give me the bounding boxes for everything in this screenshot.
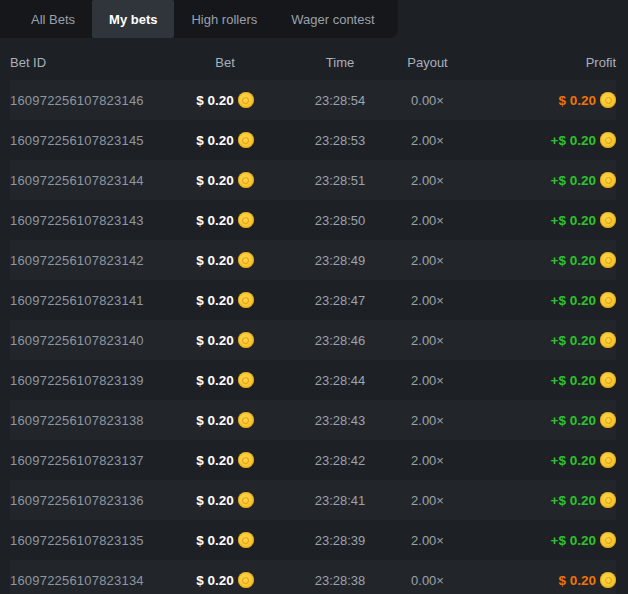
coin-icon <box>600 492 616 508</box>
time-cell: 23:28:42 <box>290 453 390 468</box>
payout-cell: 2.00× <box>390 533 465 548</box>
table-row[interactable]: 160972256107823136$ 0.2023:28:412.00×+$ … <box>10 480 616 520</box>
coin-icon <box>238 532 254 548</box>
bet-amount-cell: $ 0.20 <box>160 372 290 388</box>
coin-icon <box>600 212 616 228</box>
coin-icon <box>238 92 254 108</box>
table-row[interactable]: 160972256107823142$ 0.2023:28:492.00×+$ … <box>10 240 616 280</box>
profit-cell: +$ 0.20 <box>465 212 616 228</box>
bet-amount: $ 0.20 <box>196 493 234 508</box>
table-row[interactable]: 160972256107823137$ 0.2023:28:422.00×+$ … <box>10 440 616 480</box>
bet-id-cell: 160972256107823144 <box>10 173 160 188</box>
bet-amount-cell: $ 0.20 <box>160 132 290 148</box>
bet-amount: $ 0.20 <box>196 213 234 228</box>
bet-amount-cell: $ 0.20 <box>160 212 290 228</box>
tab-my-bets[interactable]: My bets <box>92 0 174 38</box>
coin-icon <box>238 292 254 308</box>
coin-icon <box>600 572 616 588</box>
profit-amount: +$ 0.20 <box>551 293 596 308</box>
coin-icon <box>600 412 616 428</box>
bet-id-cell: 160972256107823135 <box>10 533 160 548</box>
bet-amount-cell: $ 0.20 <box>160 252 290 268</box>
payout-cell: 2.00× <box>390 173 465 188</box>
table-row[interactable]: 160972256107823140$ 0.2023:28:462.00×+$ … <box>10 320 616 360</box>
bet-id-cell: 160972256107823141 <box>10 293 160 308</box>
coin-icon <box>238 372 254 388</box>
profit-cell: +$ 0.20 <box>465 412 616 428</box>
profit-amount: +$ 0.20 <box>551 533 596 548</box>
coin-icon <box>600 452 616 468</box>
profit-cell: +$ 0.20 <box>465 532 616 548</box>
table-row[interactable]: 160972256107823145$ 0.2023:28:532.00×+$ … <box>10 120 616 160</box>
bet-amount-cell: $ 0.20 <box>160 292 290 308</box>
profit-amount: +$ 0.20 <box>551 253 596 268</box>
bet-amount: $ 0.20 <box>196 453 234 468</box>
column-header-profit: Profit <box>465 55 616 70</box>
coin-icon <box>238 252 254 268</box>
time-cell: 23:28:50 <box>290 213 390 228</box>
column-header-time: Time <box>290 55 390 70</box>
time-cell: 23:28:49 <box>290 253 390 268</box>
bet-amount-cell: $ 0.20 <box>160 452 290 468</box>
coin-icon <box>238 172 254 188</box>
bet-id-cell: 160972256107823139 <box>10 373 160 388</box>
bet-amount: $ 0.20 <box>196 333 234 348</box>
table-body: 160972256107823146$ 0.2023:28:540.00×$ 0… <box>10 80 616 594</box>
bet-amount: $ 0.20 <box>196 133 234 148</box>
payout-cell: 2.00× <box>390 213 465 228</box>
bet-id-cell: 160972256107823138 <box>10 413 160 428</box>
table-row[interactable]: 160972256107823139$ 0.2023:28:442.00×+$ … <box>10 360 616 400</box>
profit-cell: +$ 0.20 <box>465 132 616 148</box>
coin-icon <box>238 132 254 148</box>
profit-cell: +$ 0.20 <box>465 292 616 308</box>
time-cell: 23:28:43 <box>290 413 390 428</box>
coin-icon <box>600 92 616 108</box>
time-cell: 23:28:47 <box>290 293 390 308</box>
bets-history-panel: All BetsMy betsHigh rollersWager contest… <box>0 0 628 594</box>
profit-amount: $ 0.20 <box>558 93 596 108</box>
table-row[interactable]: 160972256107823135$ 0.2023:28:392.00×+$ … <box>10 520 616 560</box>
column-header-payout: Payout <box>390 55 465 70</box>
coin-icon <box>600 292 616 308</box>
table-row[interactable]: 160972256107823134$ 0.2023:28:380.00×$ 0… <box>10 560 616 594</box>
bet-amount-cell: $ 0.20 <box>160 532 290 548</box>
time-cell: 23:28:51 <box>290 173 390 188</box>
table-row[interactable]: 160972256107823138$ 0.2023:28:432.00×+$ … <box>10 400 616 440</box>
table-row[interactable]: 160972256107823141$ 0.2023:28:472.00×+$ … <box>10 280 616 320</box>
coin-icon <box>238 572 254 588</box>
profit-cell: $ 0.20 <box>465 572 616 588</box>
coin-icon <box>600 532 616 548</box>
bet-id-cell: 160972256107823136 <box>10 493 160 508</box>
coin-icon <box>600 332 616 348</box>
time-cell: 23:28:38 <box>290 573 390 588</box>
bet-amount: $ 0.20 <box>196 573 234 588</box>
bet-amount: $ 0.20 <box>196 413 234 428</box>
table-row[interactable]: 160972256107823146$ 0.2023:28:540.00×$ 0… <box>10 80 616 120</box>
table-row[interactable]: 160972256107823144$ 0.2023:28:512.00×+$ … <box>10 160 616 200</box>
profit-amount: +$ 0.20 <box>551 493 596 508</box>
tab-bar: All BetsMy betsHigh rollersWager contest <box>0 0 398 38</box>
bet-id-cell: 160972256107823140 <box>10 333 160 348</box>
bet-amount-cell: $ 0.20 <box>160 172 290 188</box>
tab-all-bets[interactable]: All Bets <box>14 0 92 38</box>
table-row[interactable]: 160972256107823143$ 0.2023:28:502.00×+$ … <box>10 200 616 240</box>
coin-icon <box>238 492 254 508</box>
payout-cell: 0.00× <box>390 93 465 108</box>
payout-cell: 2.00× <box>390 333 465 348</box>
payout-cell: 2.00× <box>390 493 465 508</box>
bet-amount-cell: $ 0.20 <box>160 412 290 428</box>
profit-cell: +$ 0.20 <box>465 452 616 468</box>
coin-icon <box>238 412 254 428</box>
profit-amount: +$ 0.20 <box>551 213 596 228</box>
bet-amount-cell: $ 0.20 <box>160 492 290 508</box>
profit-amount: +$ 0.20 <box>551 333 596 348</box>
time-cell: 23:28:44 <box>290 373 390 388</box>
bet-amount: $ 0.20 <box>196 93 234 108</box>
bet-id-cell: 160972256107823143 <box>10 213 160 228</box>
profit-cell: +$ 0.20 <box>465 172 616 188</box>
tab-high-rollers[interactable]: High rollers <box>174 0 274 38</box>
tab-wager-contest[interactable]: Wager contest <box>274 0 391 38</box>
time-cell: 23:28:46 <box>290 333 390 348</box>
coin-icon <box>238 452 254 468</box>
coin-icon <box>600 372 616 388</box>
